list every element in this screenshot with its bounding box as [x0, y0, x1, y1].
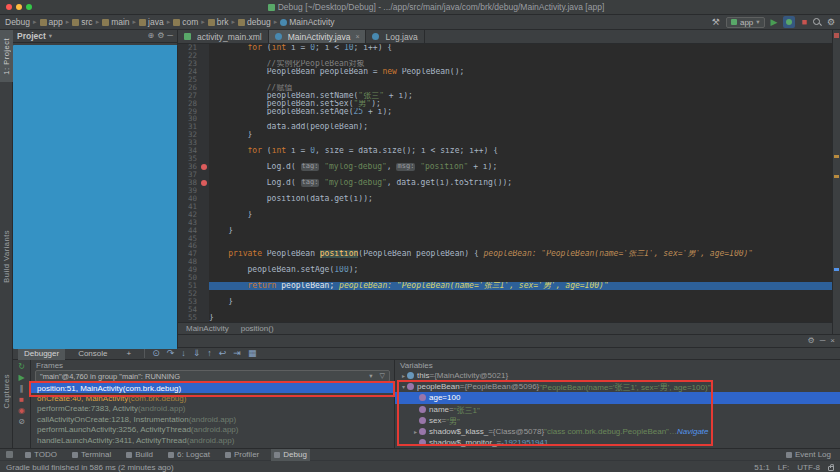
code-line[interactable]: 38 Log.d( tag: "mylog-debug", data.get(i…: [178, 179, 832, 187]
pause-button[interactable]: ∥: [20, 384, 24, 394]
build-hammer-icon[interactable]: ⚒: [712, 18, 720, 27]
code-line[interactable]: 52: [178, 290, 832, 298]
breadcrumb-class[interactable]: MainActivity: [186, 324, 229, 333]
breakpoint-icon[interactable]: [200, 179, 209, 187]
breadcrumb-item-main[interactable]: main: [102, 17, 129, 27]
breadcrumb-item-brk[interactable]: brk: [208, 17, 229, 27]
code-line[interactable]: 36 Log.d( tag: "mylog-debug", msg: "posi…: [178, 163, 832, 171]
close-window-button[interactable]: [6, 4, 12, 10]
stripe-mark[interactable]: [834, 155, 839, 158]
lock-icon[interactable]: [828, 466, 834, 471]
event-log-button[interactable]: Event Log: [783, 449, 834, 461]
view-breakpoints-button[interactable]: ◉: [18, 406, 25, 416]
variable-item[interactable]: ▸this = {MainActivity@5021}: [395, 370, 840, 381]
variable-item[interactable]: sex = "男": [395, 415, 840, 426]
error-stripe[interactable]: [832, 30, 840, 334]
code-line[interactable]: 46: [178, 242, 832, 250]
filter-icon[interactable]: ▽: [380, 372, 385, 380]
minimize-window-button[interactable]: [16, 4, 22, 10]
caret-position[interactable]: 51:1: [754, 463, 770, 472]
breadcrumb-item-java[interactable]: java: [139, 17, 164, 27]
stop-button[interactable]: ■: [801, 18, 806, 27]
code-line[interactable]: 25: [178, 76, 832, 84]
code-line[interactable]: 49 peopleBean.setAge(100);: [178, 266, 832, 274]
code-line[interactable]: 37: [178, 171, 832, 179]
tool-window-button-project[interactable]: 1: Project: [0, 30, 13, 82]
code-line[interactable]: 22: [178, 52, 832, 60]
code-line[interactable]: 32 }: [178, 131, 832, 139]
code-line[interactable]: 21 for (int i = 0; i < 10; i++) {: [178, 44, 832, 52]
code-line[interactable]: 27 peopleBean.setName("张三" + i);: [178, 92, 832, 100]
code-line[interactable]: 26 //赋值: [178, 84, 832, 92]
step-over-icon[interactable]: ↷: [167, 349, 175, 358]
run-configuration-select[interactable]: app ▾: [726, 17, 765, 28]
evaluate-expression-icon[interactable]: ▦: [248, 349, 257, 358]
settings-gear-icon[interactable]: ⚙: [827, 18, 835, 27]
settings-gear-icon[interactable]: ⚙: [157, 32, 164, 40]
breadcrumb-item-debug[interactable]: debug: [238, 17, 271, 27]
stack-frame-item[interactable]: onCreate:40, MainActivity (com.brk.debug…: [31, 393, 394, 403]
force-step-into-icon[interactable]: ⇓: [193, 349, 201, 358]
breadcrumb-item-app[interactable]: app: [40, 17, 63, 27]
thread-selector[interactable]: "main"@4,760 in group "main": RUNNING ▾ …: [35, 370, 390, 382]
stripe-mark-current[interactable]: [834, 268, 839, 271]
code-line[interactable]: 30: [178, 115, 832, 123]
breadcrumb-item-com[interactable]: com: [173, 17, 198, 27]
variable-item[interactable]: age = 100: [395, 392, 840, 403]
tool-window-button-debug[interactable]: Debug: [271, 449, 310, 461]
breadcrumb-method[interactable]: position(): [241, 324, 274, 333]
breadcrumb-item-mainactivity[interactable]: MainActivity: [280, 17, 334, 27]
file-encoding[interactable]: UTF-8: [797, 463, 820, 472]
variable-item[interactable]: ▸shadow$_klass_ = {Class@5078} "class co…: [395, 426, 840, 437]
editor-tab-activity_main-xml[interactable]: activity_main.xml: [178, 30, 269, 43]
stack-frame-item[interactable]: position:51, MainActivity (com.brk.debug…: [31, 383, 394, 393]
breadcrumb-item-debug[interactable]: Debug: [5, 17, 30, 27]
stack-frame-item[interactable]: callActivityOnCreate:1218, Instrumentati…: [31, 414, 394, 424]
code-line[interactable]: 34 for (int i = 0, size = data.size(); i…: [178, 147, 832, 155]
code-line[interactable]: 35: [178, 155, 832, 163]
code-line[interactable]: 29 peopleBean.setAge(25 + i);: [178, 108, 832, 116]
run-to-cursor-icon[interactable]: ⇥: [233, 349, 241, 358]
code-line[interactable]: 53 }: [178, 298, 832, 306]
close-icon[interactable]: ×: [830, 337, 835, 345]
code-line[interactable]: 24 PeopleBean peopleBean = new PeopleBea…: [178, 68, 832, 76]
navigate-link[interactable]: Navigate: [677, 427, 709, 436]
breadcrumb-item-src[interactable]: src: [72, 17, 92, 27]
step-into-icon[interactable]: ↓: [181, 349, 186, 358]
search-icon[interactable]: [813, 18, 821, 26]
rerun-button[interactable]: ↻: [18, 362, 25, 372]
stack-frame-item[interactable]: performCreate:7383, Activity (android.ap…: [31, 404, 394, 414]
variable-item[interactable]: shadow$_monitor_ = -1921951941: [395, 437, 840, 448]
stop-button[interactable]: ■: [19, 395, 24, 405]
resume-button[interactable]: ▶: [18, 373, 24, 383]
code-line[interactable]: 48: [178, 258, 832, 266]
tool-window-button-build-variants[interactable]: Build Variants: [0, 220, 13, 292]
code-line[interactable]: 51 return peopleBean; peopleBean: "Peopl…: [178, 282, 832, 290]
code-line[interactable]: 45: [178, 235, 832, 243]
code-line[interactable]: 44 }: [178, 227, 832, 235]
stack-frame-item[interactable]: handleLaunchActivity:3411, ActivityThrea…: [31, 435, 394, 445]
code-line[interactable]: 50: [178, 274, 832, 282]
code-line[interactable]: 23 //实例化PeopleBean对象: [178, 60, 832, 68]
variable-item[interactable]: name = "张三1": [395, 404, 840, 415]
editor-tab-Log-java[interactable]: Log.java: [366, 30, 424, 43]
stripe-mark[interactable]: [834, 175, 839, 178]
tool-window-button-profiler[interactable]: Profiler: [222, 449, 262, 461]
variable-item[interactable]: ▾peopleBean = {PeopleBean@5096} "PeopleB…: [395, 381, 840, 392]
code-line[interactable]: 39: [178, 187, 832, 195]
tool-window-button-6-logcat[interactable]: 6: Logcat: [165, 449, 213, 461]
drop-frame-icon[interactable]: ↩: [219, 349, 227, 358]
stack-frame-item[interactable]: performLaunchActivity:3256, ActivityThre…: [31, 425, 394, 435]
code-line[interactable]: 31 data.add(peopleBean);: [178, 123, 832, 131]
code-line[interactable]: 40 position(data.get(i));: [178, 195, 832, 203]
run-button[interactable]: ▶: [771, 18, 778, 27]
code-line[interactable]: 41: [178, 203, 832, 211]
show-execution-point-icon[interactable]: ⊙: [152, 349, 160, 358]
tool-window-button-todo[interactable]: TODO: [22, 449, 60, 461]
close-tab-icon[interactable]: ×: [355, 33, 359, 40]
code-line[interactable]: 43: [178, 219, 832, 227]
code-line[interactable]: 33: [178, 139, 832, 147]
code-editor[interactable]: 21 for (int i = 0; i < 10; i++) {2223 //…: [178, 44, 832, 322]
tool-window-button-captures[interactable]: Captures: [0, 355, 13, 427]
project-view-select[interactable]: Project: [17, 31, 46, 41]
